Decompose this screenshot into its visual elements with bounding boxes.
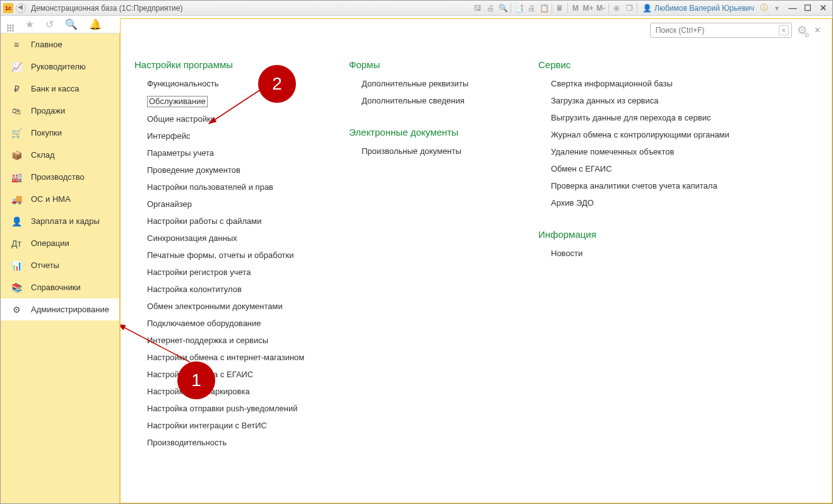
nav-link[interactable]: Настройки регистров учета xyxy=(147,267,324,278)
sidebar-icon: ₽ xyxy=(11,83,22,95)
annotation-marker-1: 1 xyxy=(177,361,215,399)
sidebar-item-6[interactable]: 🏭Производство xyxy=(1,166,119,188)
sidebar-item-8[interactable]: 👤Зарплата и кадры xyxy=(1,210,119,232)
sidebar-icon: 📦 xyxy=(11,149,22,161)
close-button[interactable]: ✕ xyxy=(816,3,830,14)
nav-link[interactable]: Удаление помеченных объектов xyxy=(551,147,734,157)
favorite-icon[interactable]: ★ xyxy=(25,18,34,30)
nav-link[interactable]: Произвольные документы xyxy=(362,146,513,156)
maximize-button[interactable]: ☐ xyxy=(801,3,815,14)
add-tab-icon[interactable]: ⊕ xyxy=(610,3,623,14)
nav-link[interactable]: Подключаемое оборудование xyxy=(147,319,324,329)
m-button[interactable]: M xyxy=(569,3,582,14)
nav-link[interactable]: Обмен электронными документами xyxy=(147,302,324,312)
nav-link[interactable]: Дополнительные сведения xyxy=(362,96,513,106)
m-plus-button[interactable]: M+ xyxy=(582,3,594,14)
minimize-button[interactable]: — xyxy=(786,3,800,14)
sidebar-icon: 👤 xyxy=(11,216,22,227)
section-title: Сервис xyxy=(538,59,734,70)
section-title: Формы xyxy=(349,59,513,70)
app-logo-icon: 1c xyxy=(3,3,13,13)
sidebar-item-label: Производство xyxy=(31,172,85,182)
sidebar-item-label: Администрирование xyxy=(31,305,109,314)
m-minus-button[interactable]: M- xyxy=(594,3,607,14)
sidebar-item-1[interactable]: 📈Руководителю xyxy=(1,56,119,78)
apps-icon[interactable] xyxy=(7,18,14,32)
nav-link[interactable]: Настройки интеграции с ВетИС xyxy=(147,421,324,431)
nav-link[interactable]: Архив ЭДО xyxy=(551,198,734,208)
nav-link[interactable]: Обслуживание xyxy=(147,96,208,107)
sidebar-item-label: Покупки xyxy=(31,128,62,138)
clipboard-icon[interactable]: 📋 xyxy=(538,3,550,14)
nav-link[interactable]: Органайзер xyxy=(147,199,324,209)
sidebar-item-3[interactable]: 🛍Продажи xyxy=(1,100,119,122)
sidebar-item-9[interactable]: ДтОперации xyxy=(1,232,119,254)
content-area: × ⚙ × Настройки программыФункциональност… xyxy=(120,18,832,503)
save-icon[interactable]: 🖫 xyxy=(471,3,484,14)
sidebar-icon: Дт xyxy=(11,238,22,249)
nav-link[interactable]: Дополнительные реквизиты xyxy=(362,79,513,89)
compare-icon[interactable]: 📑 xyxy=(512,3,525,14)
sidebar-item-label: ОС и НМА xyxy=(31,194,71,204)
sidebar-item-label: Зарплата и кадры xyxy=(31,216,100,226)
nav-link[interactable]: Настройки пользователей и прав xyxy=(147,182,324,192)
nav-link[interactable]: Проведение документов xyxy=(147,165,324,175)
nav-link[interactable]: Настройки работы с файлами xyxy=(147,216,324,226)
sidebar-item-4[interactable]: 🛒Покупки xyxy=(1,122,119,144)
nav-link[interactable]: Настройки ИС Маркировка xyxy=(147,387,324,397)
nav-link[interactable]: Параметры учета xyxy=(147,148,324,158)
nav-link[interactable]: Общие настройки xyxy=(147,114,324,124)
nav-link[interactable]: Новости xyxy=(551,249,734,259)
sidebar-icon: 🛍 xyxy=(11,105,22,117)
nav-link[interactable]: Настройки обмена с ЕГАИС xyxy=(147,370,324,380)
bell-icon[interactable]: 🔔 xyxy=(89,18,102,30)
back-button[interactable]: ⯇ xyxy=(16,3,26,13)
current-user[interactable]: 👤 Любимов Валерий Юрьевич xyxy=(642,4,754,13)
preview-icon[interactable]: 🔍 xyxy=(497,3,509,14)
nav-link[interactable]: Загрузка данных из сервиса xyxy=(551,96,734,106)
nav-link[interactable]: Функциональность xyxy=(147,79,324,89)
nav-link[interactable]: Проверка аналитики счетов учета капитала xyxy=(551,181,734,191)
sidebar-item-5[interactable]: 📦Склад xyxy=(1,144,119,166)
nav-link[interactable]: Настройка колонтитулов xyxy=(147,284,324,295)
toolbar-separator xyxy=(511,3,511,13)
windows-icon[interactable]: ❐ xyxy=(623,3,635,14)
nav-link[interactable]: Настройка отправки push-уведомлений xyxy=(147,404,324,414)
nav-link[interactable]: Печатные формы, отчеты и обработки xyxy=(147,250,324,261)
nav-link[interactable]: Журнал обмена с контролирующими органами xyxy=(551,130,734,140)
section-title: Информация xyxy=(538,229,734,240)
window-title: Демонстрационная база (1С:Предприятие) xyxy=(31,4,182,13)
history-icon[interactable]: ↺ xyxy=(45,18,54,30)
calculator-icon[interactable]: 🖩 xyxy=(553,3,566,14)
window-titlebar: 1c ⯇ Демонстрационная база (1С:Предприят… xyxy=(1,1,832,16)
nav-link[interactable]: Выгрузить данные для перехода в сервис xyxy=(551,113,734,123)
nav-link[interactable]: Настройки обмена с интернет-магазином xyxy=(147,353,324,363)
sidebar-icon: 🛒 xyxy=(11,127,22,139)
nav-link[interactable]: Обмен с ЕГАИС xyxy=(551,164,734,174)
sidebar-item-2[interactable]: ₽Банк и касса xyxy=(1,78,119,100)
sidebar-item-label: Банк и касса xyxy=(31,84,80,93)
sidebar-item-label: Продажи xyxy=(31,106,65,115)
search-icon[interactable]: 🔍 xyxy=(65,18,78,30)
sidebar-item-label: Руководителю xyxy=(31,62,86,71)
sidebar-item-label: Склад xyxy=(31,150,55,160)
sidebar-item-10[interactable]: 📊Отчеты xyxy=(1,254,119,276)
nav-link[interactable]: Интернет-поддержка и сервисы xyxy=(147,336,324,346)
sidebar-item-label: Отчеты xyxy=(31,261,59,270)
sidebar-item-11[interactable]: 📚Справочники xyxy=(1,276,119,298)
sidebar-item-12[interactable]: ⚙Администрирование xyxy=(1,298,119,320)
nav-link[interactable]: Синхронизация данных xyxy=(147,233,324,243)
info-icon[interactable]: ⓘ xyxy=(758,3,771,14)
sidebar-item-0[interactable]: ≡Главное xyxy=(1,33,119,56)
dropdown-icon[interactable]: ▾ xyxy=(771,3,783,14)
nav-link[interactable]: Свертка информационной базы xyxy=(551,79,734,89)
sidebar-item-label: Главное xyxy=(31,40,62,49)
nav-link[interactable]: Производительность xyxy=(147,438,324,448)
print-icon[interactable]: 🖨 xyxy=(484,3,497,14)
sidebar-icon: ≡ xyxy=(11,39,22,50)
toolbar-separator xyxy=(608,3,609,13)
print2-icon[interactable]: 🖨 xyxy=(525,3,538,14)
toolbar-separator xyxy=(567,3,568,13)
nav-link[interactable]: Интерфейс xyxy=(147,131,324,141)
sidebar-item-7[interactable]: 🚚ОС и НМА xyxy=(1,188,119,210)
